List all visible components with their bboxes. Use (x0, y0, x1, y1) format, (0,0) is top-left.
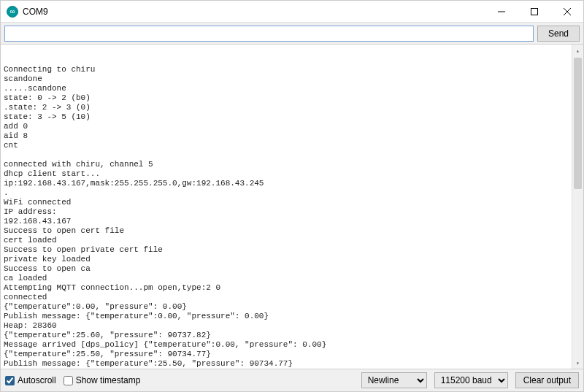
autoscroll-checkbox[interactable]: Autoscroll (5, 375, 56, 385)
scroll-down-icon[interactable]: ▾ (572, 357, 583, 369)
send-button[interactable]: Send (537, 26, 580, 42)
window-controls (485, 1, 583, 22)
svg-rect-1 (531, 8, 537, 15)
serial-output[interactable]: Connecting to chiru scandone .....scando… (1, 45, 583, 369)
send-toolbar: Send (1, 23, 583, 45)
titlebar: ∞ COM9 (1, 1, 583, 23)
minimize-button[interactable] (485, 1, 518, 22)
timestamp-input[interactable] (64, 376, 73, 385)
scroll-thumb[interactable] (574, 58, 582, 189)
autoscroll-input[interactable] (5, 376, 15, 385)
maximize-button[interactable] (518, 1, 550, 22)
autoscroll-label: Autoscroll (18, 375, 56, 385)
baud-rate-select[interactable]: 115200 baud (434, 372, 508, 388)
scroll-up-icon[interactable]: ▴ (572, 45, 583, 56)
timestamp-label: Show timestamp (76, 375, 141, 385)
log-text: Connecting to chiru scandone .....scando… (4, 65, 580, 369)
arduino-icon: ∞ (7, 6, 18, 18)
close-button[interactable] (550, 1, 583, 22)
line-ending-select[interactable]: Newline (361, 372, 427, 388)
timestamp-checkbox[interactable]: Show timestamp (64, 375, 141, 385)
clear-output-button[interactable]: Clear output (515, 372, 579, 388)
send-input[interactable] (4, 26, 534, 42)
window-title: COM9 (23, 7, 485, 17)
footer: Autoscroll Show timestamp Newline 115200… (1, 369, 583, 391)
vertical-scrollbar[interactable]: ▴ ▾ (572, 45, 583, 369)
